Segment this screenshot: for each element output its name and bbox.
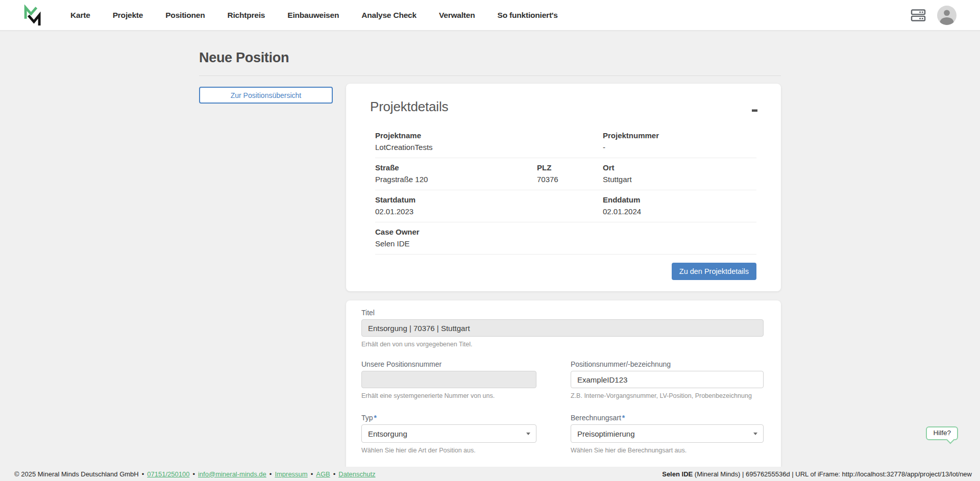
field-ort: Ort Stuttgart — [603, 163, 756, 184]
positionsbezeichnung-helper: Z.B. Interne-Vorgangsnummer, LV-Position… — [571, 392, 764, 399]
field-label: Straße — [375, 163, 537, 172]
positionsbezeichnung-block: Positionsnummer/-bezeichnung Z.B. Intern… — [571, 360, 764, 399]
field-value: Stuttgart — [603, 175, 756, 184]
titel-helper: Erhält den von uns vorgegebenen Titel. — [361, 341, 764, 348]
positionsbezeichnung-input[interactable] — [571, 371, 764, 388]
mineral-minds-logo[interactable] — [23, 5, 42, 26]
berechnungsart-block: Berechnungsart* Preisoptimierung Wählen … — [571, 414, 764, 454]
project-row-name-number: Projektname LotCreationTests Projektnumm… — [375, 126, 756, 158]
field-startdatum: Startdatum 02.01.2023 — [375, 195, 537, 216]
unsere-positionsnummer-block: Unsere Positionsnummer Erhält eine syste… — [361, 360, 536, 399]
typ-label: Typ* — [361, 414, 536, 422]
project-row-owner: Case Owner Selen IDE — [375, 222, 756, 255]
berechnungsart-select[interactable]: Preisoptimierung — [571, 424, 764, 443]
field-value: Pragstraße 120 — [375, 175, 537, 184]
right-pane: Projektdetails Projektname LotCreationTe… — [346, 84, 781, 481]
to-positions-overview-button[interactable]: Zur Positionsübersicht — [199, 87, 333, 104]
main-nav: Karte Projekte Positionen Richtpreis Ein… — [70, 11, 558, 20]
nav-item-analyse-check[interactable]: Analyse Check — [361, 11, 416, 20]
footer: © 2025 Mineral Minds Deutschland GmbH • … — [0, 467, 980, 481]
berechnungsart-label: Berechnungsart* — [571, 414, 764, 422]
field-value: - — [603, 143, 756, 151]
footer-session-details: (Mineral Minds) | 69576255536d | URL of … — [693, 470, 972, 478]
field-value: 70376 — [537, 175, 603, 184]
nav-item-karte[interactable]: Karte — [70, 11, 90, 20]
left-pane: Zur Positionsübersicht — [199, 84, 346, 104]
help-button[interactable]: Hilfe? — [926, 426, 958, 440]
person-icon — [937, 6, 957, 25]
berechnungsart-helper: Wählen Sie hier die Berechnungsart aus. — [571, 447, 764, 454]
new-position-form-card: Titel Erhält den von uns vorgegebenen Ti… — [346, 300, 781, 481]
server-rows-icon[interactable] — [911, 9, 926, 22]
nav-item-verwalten[interactable]: Verwalten — [439, 11, 475, 20]
field-label: Startdatum — [375, 195, 537, 204]
typ-helper: Wählen Sie hier die Art der Position aus… — [361, 447, 536, 454]
berechnungsart-selected-value: Preisoptimierung — [577, 429, 635, 438]
footer-link-agb[interactable]: AGB — [316, 470, 330, 478]
copyright-text: © 2025 Mineral Minds Deutschland GmbH — [14, 470, 139, 478]
typ-select[interactable]: Entsorgung — [361, 424, 536, 443]
project-row-address: Straße Pragstraße 120 PLZ 70376 Ort Stut… — [375, 158, 756, 190]
footer-separator: • — [270, 470, 272, 478]
main-content: Neue Position Zur Positionsübersicht Pro… — [199, 0, 781, 481]
typ-block: Typ* Entsorgung Wählen Sie hier die Art … — [361, 414, 536, 454]
field-case-owner: Case Owner Selen IDE — [375, 227, 537, 248]
required-asterisk: * — [374, 414, 377, 422]
typ-label-text: Typ — [361, 414, 373, 422]
field-enddatum: Enddatum 02.01.2024 — [603, 195, 756, 216]
page-title: Neue Position — [199, 50, 781, 66]
field-label: Case Owner — [375, 227, 537, 236]
field-value: LotCreationTests — [375, 143, 537, 151]
nav-item-so-funktionierts[interactable]: So funktioniert's — [498, 11, 558, 20]
required-asterisk: * — [622, 414, 625, 422]
field-label: Ort — [603, 163, 756, 172]
footer-link-impressum[interactable]: Impressum — [275, 470, 307, 478]
minus-icon — [752, 109, 757, 112]
title-divider — [199, 75, 781, 76]
field-label: PLZ — [537, 163, 603, 172]
project-details-card: Projektdetails Projektname LotCreationTe… — [346, 84, 781, 291]
unsere-positionsnummer-helper: Erhält eine systemgenerierte Nummer von … — [361, 392, 536, 399]
project-card-actions: Zu den Projektdetails — [370, 263, 756, 284]
footer-user-name: Selen IDE — [662, 470, 693, 478]
project-details-fields: Projektname LotCreationTests Projektnumm… — [375, 126, 756, 255]
collapse-card-button[interactable] — [750, 107, 760, 114]
unsere-positionsnummer-input — [361, 371, 536, 388]
logo-icon — [23, 5, 42, 26]
field-strasse: Straße Pragstraße 120 — [375, 163, 537, 184]
footer-separator: • — [142, 470, 144, 478]
field-projektnummer: Projektnummer - — [603, 131, 756, 151]
field-label: Enddatum — [603, 195, 756, 204]
titel-field-block: Titel Erhält den von uns vorgegebenen Ti… — [361, 309, 764, 348]
to-project-details-button[interactable]: Zu den Projektdetails — [672, 263, 756, 280]
unsere-positionsnummer-label: Unsere Positionsnummer — [361, 360, 536, 368]
typ-selected-value: Entsorgung — [368, 429, 407, 438]
project-details-title: Projektdetails — [370, 99, 756, 115]
form-grid: Unsere Positionsnummer Erhält eine syste… — [361, 360, 764, 454]
footer-separator: • — [311, 470, 313, 478]
nav-item-positionen[interactable]: Positionen — [165, 11, 205, 20]
field-value: Selen IDE — [375, 239, 537, 248]
field-projektname: Projektname LotCreationTests — [375, 131, 537, 151]
chevron-down-icon — [526, 433, 530, 435]
titel-label: Titel — [361, 309, 764, 317]
footer-session-info: Selen IDE (Mineral Minds) | 69576255536d… — [662, 470, 972, 478]
titel-input — [361, 319, 764, 337]
footer-separator: • — [333, 470, 336, 478]
footer-separator: • — [192, 470, 195, 478]
dns-icon-glyph — [911, 9, 926, 22]
project-row-dates: Startdatum 02.01.2023 Enddatum 02.01.202… — [375, 190, 756, 222]
berechnungsart-label-text: Berechnungsart — [571, 414, 621, 422]
nav-item-einbauweisen[interactable]: Einbauweisen — [287, 11, 339, 20]
footer-link-email[interactable]: info@mineral-minds.de — [198, 470, 266, 478]
nav-item-projekte[interactable]: Projekte — [113, 11, 143, 20]
footer-link-datenschutz[interactable]: Datenschutz — [338, 470, 375, 478]
footer-left: © 2025 Mineral Minds Deutschland GmbH • … — [14, 470, 376, 478]
user-avatar[interactable] — [937, 6, 957, 25]
field-label: Projektnummer — [603, 131, 756, 140]
field-label: Projektname — [375, 131, 537, 140]
footer-link-phone[interactable]: 07151/250100 — [147, 470, 189, 478]
field-value: 02.01.2024 — [603, 207, 756, 216]
nav-item-richtpreis[interactable]: Richtpreis — [227, 11, 265, 20]
appbar-right — [911, 6, 957, 25]
